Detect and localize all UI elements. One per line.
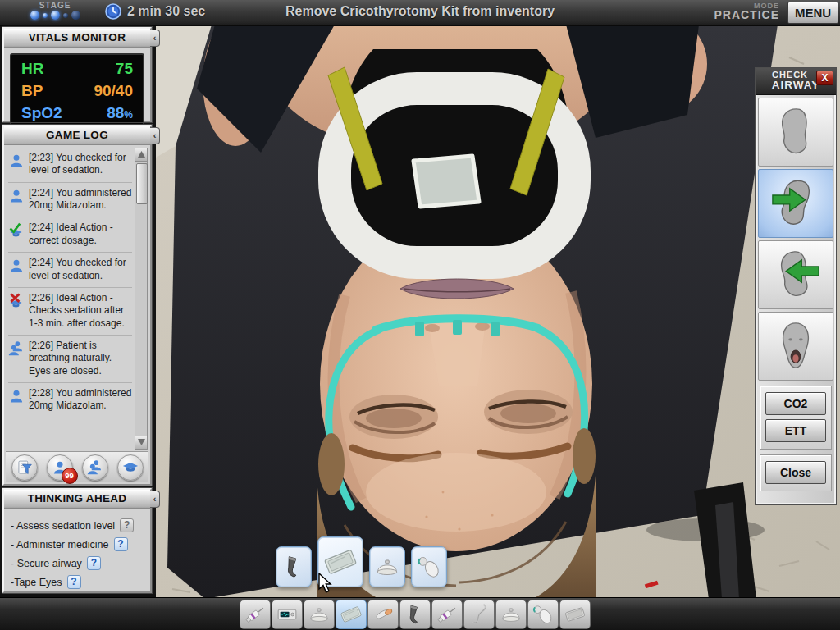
- thinking-ahead-list: - Assess sedation level?- Administer med…: [4, 509, 150, 591]
- stage-dot-4: [63, 13, 68, 18]
- inventory-monitor-device-button[interactable]: [272, 600, 303, 629]
- log-entry: [2:24] Ideal Action - correct dosage.: [8, 217, 132, 253]
- quick-bvm-button[interactable]: [411, 546, 447, 587]
- mode-value: PRACTICE: [714, 8, 779, 21]
- game-log-header: GAME LOG: [4, 126, 150, 145]
- stage-indicator: STAGE: [10, 1, 100, 20]
- vitals-collapse-tab[interactable]: ‹: [150, 30, 160, 47]
- scroll-down-icon[interactable]: [135, 436, 147, 449]
- log-filter-people-button[interactable]: [82, 454, 108, 481]
- log-filter-cap-button[interactable]: [117, 454, 144, 481]
- inventory-syringe-button[interactable]: [431, 600, 463, 629]
- vital-row-spo2: SpO288%: [21, 102, 133, 126]
- log-entry: [2:26] Ideal Action - Checks sedation af…: [8, 288, 132, 336]
- cap-cross-icon: [8, 293, 25, 309]
- thinking-ahead-item-text: - Assess sedation level: [11, 520, 115, 532]
- help-icon[interactable]: ?: [120, 518, 134, 532]
- log-entry-text: [2:24] Ideal Action - correct dosage.: [29, 221, 132, 247]
- close-icon[interactable]: X: [816, 71, 833, 85]
- inventory-oral-airway-button[interactable]: [368, 600, 399, 629]
- inventory-bvm-button[interactable]: [527, 600, 559, 629]
- log-filter-person-button[interactable]: 99: [47, 454, 73, 481]
- log-filter-row: 99: [6, 451, 148, 482]
- oral-airway-icon: [371, 602, 395, 627]
- people-icon: [8, 340, 25, 357]
- thinking-ahead-item: - Secure airway?: [11, 554, 150, 573]
- quick-suction-dome-button[interactable]: [369, 546, 405, 587]
- vital-label: HR: [21, 57, 43, 80]
- menu-button[interactable]: MENU: [788, 2, 838, 24]
- quick-laryngoscope-button[interactable]: [276, 546, 312, 587]
- laryngoscope-icon: [280, 553, 308, 581]
- quick-tool-row: [276, 536, 447, 587]
- stage-dots: [10, 11, 100, 20]
- inventory-kit-pack-button[interactable]: [559, 600, 591, 629]
- inventory-toolbar: [0, 597, 840, 630]
- log-entry: [2:24] You checked for level of sedation…: [8, 253, 132, 288]
- log-filter-log-filter-button[interactable]: [11, 454, 38, 481]
- hair-tuft-right: [573, 428, 596, 484]
- syringe-icon: [243, 602, 267, 627]
- suction-dome-icon: [373, 553, 401, 581]
- log-entry: [2:23] You checked for level of sedation…: [8, 148, 132, 183]
- log-entry-text: [2:23] You checked for level of sedation…: [29, 152, 132, 177]
- elapsed-timer: 2 min 30 sec: [105, 3, 205, 20]
- game-log-list: [2:23] You checked for level of sedation…: [8, 148, 132, 450]
- person-icon: [8, 388, 25, 404]
- syringe-icon: [435, 602, 459, 627]
- vital-row-bp: BP90/40: [21, 80, 133, 102]
- help-icon[interactable]: ?: [114, 537, 128, 551]
- notification-badge: 99: [62, 468, 78, 484]
- check-airway-panel: CHECK AIRWAY X CO2ETT Close: [755, 67, 837, 505]
- thinking-ahead-collapse-tab[interactable]: ‹: [150, 491, 160, 508]
- vital-value: 90/40: [94, 80, 133, 102]
- suction-dome-icon: [307, 602, 331, 627]
- co2-button[interactable]: CO2: [765, 392, 826, 415]
- vital-value: 75: [116, 57, 133, 80]
- stage-dot-2: [43, 13, 48, 18]
- person-icon: [8, 258, 25, 274]
- hair-tuft-left: [318, 433, 345, 495]
- log-entry-text: [2:28] You administered 20mg Midazolam.: [29, 387, 132, 413]
- ett-button[interactable]: ETT: [765, 419, 826, 442]
- stage-dot-5: [71, 11, 80, 20]
- scroll-up-icon[interactable]: [135, 148, 147, 162]
- inventory-syringe-button[interactable]: [240, 600, 271, 629]
- simulator-window: STAGE 2 min 30 sec Remove Cricothyrotomy…: [0, 0, 840, 630]
- log-entry: [2:24] You administered 20mg Midazolam.: [8, 183, 132, 218]
- head-open-mouth-button[interactable]: [758, 312, 833, 381]
- thinking-ahead-item: - Administer medicine?: [11, 535, 150, 554]
- head-tilt-arrow-right-button[interactable]: [758, 169, 833, 238]
- game-log-collapse-tab[interactable]: ‹: [150, 127, 160, 144]
- suction-dome-icon: [499, 602, 523, 627]
- help-icon[interactable]: ?: [67, 575, 81, 589]
- quick-cricothyrotomy-kit-button[interactable]: [317, 536, 363, 587]
- inventory-suction-dome-button[interactable]: [495, 600, 527, 629]
- inventory-cricothyrotomy-kit-button[interactable]: [336, 600, 367, 629]
- head-neutral-button[interactable]: [758, 98, 833, 167]
- close-button[interactable]: Close: [765, 461, 826, 484]
- help-icon[interactable]: ?: [87, 556, 101, 570]
- scrollbar-thumb[interactable]: [136, 163, 148, 204]
- inventory-stylet-button[interactable]: [463, 600, 495, 629]
- head-arrow-left-button[interactable]: [758, 240, 833, 309]
- log-entry-text: [2:26] Patient is breathing naturally. E…: [29, 340, 132, 377]
- airway-close-group: Close: [760, 454, 832, 491]
- game-log-scrollbar[interactable]: [135, 148, 148, 450]
- thinking-ahead-item-text: - Secure airway: [11, 558, 82, 569]
- timer-clock-icon: [105, 3, 121, 20]
- inventory-laryngoscope-button[interactable]: [399, 600, 431, 629]
- vital-label: SpO2: [21, 102, 62, 126]
- vital-label: BP: [21, 80, 43, 102]
- cricothyrotomy-kit-icon: [339, 602, 363, 627]
- cricothyrotomy-kit-icon: [322, 543, 359, 581]
- stylet-icon: [467, 602, 491, 627]
- bvm-icon: [531, 602, 555, 627]
- person-icon: [8, 153, 25, 169]
- cap-check-icon: [8, 222, 25, 239]
- vitals-screen: HR75BP90/40SpO288%: [10, 53, 144, 129]
- laryngoscope-icon: [403, 602, 427, 627]
- inventory-suction-dome-button[interactable]: [304, 600, 335, 629]
- vital-unit: %: [124, 109, 133, 121]
- airway-tool-group: CO2ETT: [760, 386, 832, 450]
